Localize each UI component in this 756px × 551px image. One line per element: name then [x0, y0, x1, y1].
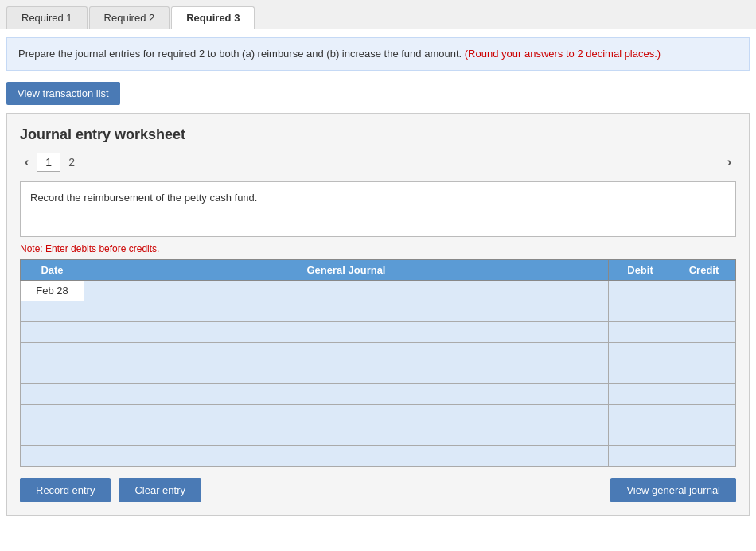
date-cell-5[interactable] [21, 383, 84, 404]
clear-entry-button[interactable]: Clear entry [119, 478, 201, 502]
col-header-debit: Debit [609, 259, 672, 280]
worksheet-title: Journal entry worksheet [20, 126, 736, 143]
journal-input-1[interactable] [84, 301, 608, 321]
date-cell-2[interactable] [21, 321, 84, 342]
table-row: Feb 28 [21, 280, 736, 301]
description-text: Record the reimbursement of the petty ca… [30, 192, 257, 204]
record-entry-button[interactable]: Record entry [20, 478, 111, 502]
debit-input-4[interactable] [609, 363, 672, 383]
date-cell-3[interactable] [21, 342, 84, 363]
credit-cell-3[interactable] [672, 342, 736, 363]
debit-cell-1[interactable] [609, 301, 672, 321]
tab-required1[interactable]: Required 1 [6, 6, 88, 29]
journal-cell-5[interactable] [84, 383, 609, 404]
journal-input-4[interactable] [84, 363, 608, 383]
credit-input-3[interactable] [672, 343, 735, 363]
journal-input-7[interactable] [84, 425, 608, 445]
date-cell-4[interactable] [21, 363, 84, 383]
debit-cell-7[interactable] [609, 425, 672, 445]
tab-required2[interactable]: Required 2 [89, 6, 170, 29]
credit-input-4[interactable] [672, 363, 735, 383]
tab-required3[interactable]: Required 3 [171, 6, 255, 29]
debit-cell-6[interactable] [609, 404, 672, 425]
current-page-box: 1 [37, 153, 60, 172]
debit-input-7[interactable] [609, 425, 672, 445]
table-row [21, 404, 736, 425]
journal-cell-6[interactable] [84, 404, 609, 425]
date-input-4[interactable] [21, 363, 84, 383]
journal-cell-1[interactable] [84, 301, 609, 321]
credit-cell-0[interactable] [672, 280, 736, 301]
col-header-date: Date [21, 259, 84, 280]
debit-input-6[interactable] [609, 405, 672, 425]
date-input-8[interactable] [21, 446, 84, 466]
journal-cell-7[interactable] [84, 425, 609, 445]
credit-cell-1[interactable] [672, 301, 736, 321]
date-input-6[interactable] [21, 405, 84, 425]
date-cell-6[interactable] [21, 404, 84, 425]
journal-cell-2[interactable] [84, 321, 609, 342]
credit-input-7[interactable] [672, 425, 735, 445]
debit-cell-5[interactable] [609, 383, 672, 404]
date-cell-7[interactable] [21, 425, 84, 445]
journal-cell-0[interactable] [84, 280, 609, 301]
debit-input-1[interactable] [609, 301, 672, 321]
instruction-text: Prepare the journal entries for required… [18, 48, 462, 60]
journal-input-2[interactable] [84, 322, 608, 342]
prev-page-arrow[interactable]: ‹ [20, 153, 33, 171]
credit-cell-4[interactable] [672, 363, 736, 383]
credit-input-6[interactable] [672, 405, 735, 425]
credit-input-0[interactable] [672, 281, 735, 301]
journal-cell-3[interactable] [84, 342, 609, 363]
worksheet-container: Journal entry worksheet ‹ 1 2 › Record t… [6, 113, 750, 516]
debit-cell-4[interactable] [609, 363, 672, 383]
credit-cell-7[interactable] [672, 425, 736, 445]
table-row [21, 363, 736, 383]
note-text: Note: Enter debits before credits. [20, 243, 736, 254]
table-row [21, 342, 736, 363]
journal-cell-4[interactable] [84, 363, 609, 383]
credit-cell-8[interactable] [672, 445, 736, 466]
table-row [21, 301, 736, 321]
date-input-1[interactable] [21, 301, 84, 321]
journal-input-6[interactable] [84, 405, 608, 425]
next-page-arrow[interactable]: › [723, 153, 736, 171]
debit-input-2[interactable] [609, 322, 672, 342]
journal-cell-8[interactable] [84, 445, 609, 466]
date-cell-8[interactable] [21, 445, 84, 466]
table-row [21, 383, 736, 404]
debit-cell-8[interactable] [609, 445, 672, 466]
debit-input-0[interactable] [609, 281, 672, 301]
debit-input-3[interactable] [609, 343, 672, 363]
page-2-label[interactable]: 2 [68, 156, 75, 169]
debit-cell-3[interactable] [609, 342, 672, 363]
table-row [21, 425, 736, 445]
col-header-credit: Credit [672, 259, 736, 280]
date-cell-0: Feb 28 [21, 280, 84, 301]
credit-cell-2[interactable] [672, 321, 736, 342]
credit-cell-5[interactable] [672, 383, 736, 404]
date-input-2[interactable] [21, 322, 84, 342]
date-input-5[interactable] [21, 384, 84, 404]
journal-input-8[interactable] [84, 446, 608, 466]
date-cell-1[interactable] [21, 301, 84, 321]
journal-input-0[interactable] [84, 281, 608, 301]
journal-input-3[interactable] [84, 343, 608, 363]
col-header-journal: General Journal [84, 259, 609, 280]
date-input-7[interactable] [21, 425, 84, 445]
credit-input-1[interactable] [672, 301, 735, 321]
table-row [21, 321, 736, 342]
journal-input-5[interactable] [84, 384, 608, 404]
credit-input-8[interactable] [672, 446, 735, 466]
credit-input-5[interactable] [672, 384, 735, 404]
credit-input-2[interactable] [672, 322, 735, 342]
debit-input-8[interactable] [609, 446, 672, 466]
debit-cell-0[interactable] [609, 280, 672, 301]
debit-cell-2[interactable] [609, 321, 672, 342]
debit-input-5[interactable] [609, 384, 672, 404]
view-general-journal-button[interactable]: View general journal [610, 478, 736, 502]
date-input-3[interactable] [21, 343, 84, 363]
view-transaction-button[interactable]: View transaction list [6, 82, 120, 105]
credit-cell-6[interactable] [672, 404, 736, 425]
journal-table: Date General Journal Debit Credit Feb 28 [20, 259, 736, 467]
